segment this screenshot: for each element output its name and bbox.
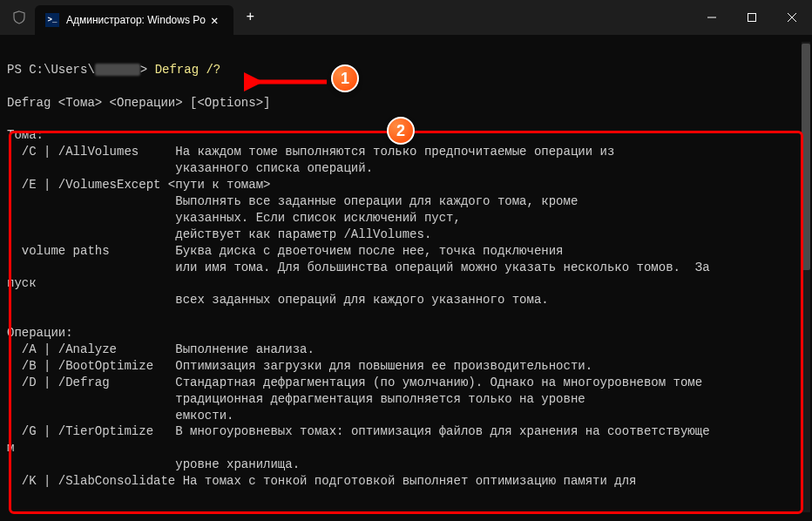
desc-c1: На каждом томе выполняются только предпо… (175, 145, 614, 159)
desc-e1: Выполнять все заданные операции для кажд… (175, 194, 578, 208)
flag-g: /G | /TierOptimize (7, 424, 153, 438)
flag-e: /E | /VolumesExcept <пути к томам> (7, 178, 270, 192)
desc-b: Оптимизация загрузки для повышения ее пр… (175, 359, 592, 373)
tab-powershell[interactable]: >_ Администратор: Windows Po ✕ (35, 5, 233, 35)
desc-c2: указанного списка операций. (175, 161, 373, 175)
desc-e3: действует как параметр /AllVolumes. (175, 227, 431, 241)
window-controls (692, 0, 812, 35)
toma-header: Тома: (7, 128, 44, 142)
powershell-icon: >_ (45, 13, 59, 27)
titlebar: >_ Администратор: Windows Po ✕ + (0, 0, 812, 35)
annotation-badge-2: 2 (387, 117, 415, 145)
tab-title: Администратор: Windows Po (66, 14, 206, 26)
prompt-suffix: > (140, 63, 155, 77)
flag-vp: volume paths (7, 244, 110, 258)
shield-icon (10, 9, 28, 26)
flag-c: /C | /AllVolumes (7, 145, 139, 159)
desc-vp2: или имя тома. Для большинства операций м… (175, 260, 709, 274)
new-tab-button[interactable]: + (233, 10, 267, 25)
annotation-badge-1: 1 (331, 64, 359, 92)
close-tab-button[interactable]: ✕ (206, 11, 223, 30)
scrollbar-thumb[interactable] (802, 44, 810, 270)
syntax-line: Defrag <Тома> <Операции> [<Options>] (7, 96, 270, 110)
flag-a: /A | /Analyze (7, 342, 117, 356)
desc-g2: уровне хранилища. (175, 457, 300, 471)
desc-d2: традиционная дефрагментация выполняется … (175, 392, 585, 406)
desc-vp1: Буква диска с двоеточием после нее, точк… (175, 244, 563, 258)
desc-g1: В многоуровневых томах: оптимизация файл… (175, 424, 709, 438)
flag-b: /B | /BootOptimize (7, 359, 153, 373)
flag-d: /D | /Defrag (7, 376, 110, 389)
wrap-g: м (7, 441, 14, 455)
obscured-username (95, 64, 140, 76)
prompt-prefix: PS C:\Users\ (7, 63, 95, 77)
desc-a: Выполнение анализа. (175, 342, 315, 356)
command-text: Defrag /? (155, 63, 221, 77)
desc-e2: указанных. Если список исключений пуст, (175, 211, 461, 225)
maximize-button[interactable] (732, 0, 772, 35)
desc-d3: емкости. (175, 409, 233, 423)
desc-k: На томах с тонкой подготовкой выполняет … (183, 474, 637, 488)
terminal-output[interactable]: PS C:\Users\> Defrag /? Defrag <Тома> <О… (0, 35, 812, 500)
desc-d1: Стандартная дефрагментация (по умолчанию… (175, 376, 702, 389)
flag-k: /K | /SlabConsolidate (7, 474, 175, 488)
close-button[interactable] (772, 0, 812, 35)
desc-vp3: всех заданных операций для каждого указа… (175, 293, 548, 307)
minimize-button[interactable] (692, 0, 732, 35)
ops-header: Операции: (7, 326, 73, 340)
wrap-vp: пуск (7, 276, 37, 290)
svg-rect-1 (748, 14, 756, 22)
annotation-arrow (244, 71, 331, 92)
